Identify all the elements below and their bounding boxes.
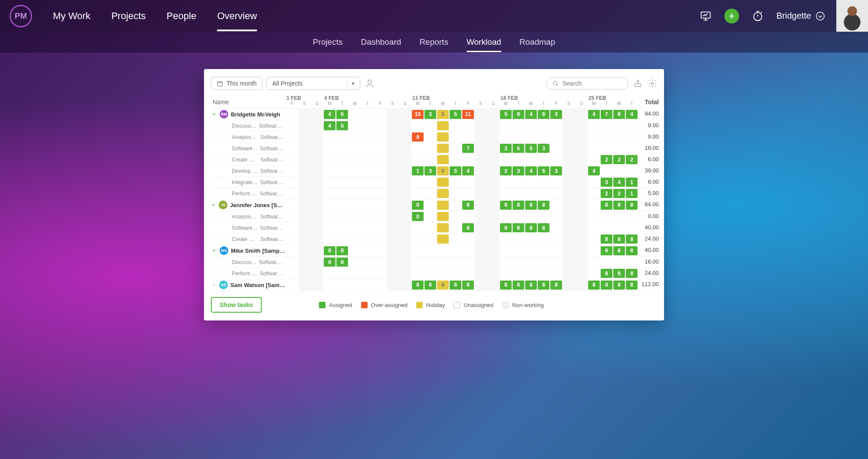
workload-cell[interactable] <box>374 120 386 131</box>
workload-cell[interactable]: 8 <box>600 234 613 244</box>
nav-item-overview[interactable]: Overview <box>217 1 257 31</box>
workload-cell[interactable] <box>437 199 449 211</box>
workload-cell[interactable] <box>613 120 625 131</box>
workload-cell[interactable]: 1 <box>625 177 638 188</box>
workload-cell[interactable] <box>487 199 500 211</box>
workload-cell[interactable]: 4 <box>323 120 336 131</box>
workload-cell[interactable] <box>411 143 424 154</box>
workload-cell[interactable] <box>399 279 411 291</box>
workload-cell[interactable] <box>487 268 500 279</box>
workload-cell[interactable] <box>474 177 487 188</box>
workload-cell[interactable] <box>374 188 386 199</box>
workload-cell[interactable] <box>399 211 411 222</box>
workload-cell[interactable] <box>361 165 374 176</box>
workload-cell[interactable] <box>298 109 311 120</box>
workload-cell[interactable] <box>537 211 550 222</box>
search-box[interactable] <box>546 77 628 89</box>
add-button[interactable] <box>724 9 739 23</box>
workload-cell[interactable]: 8 <box>613 234 625 244</box>
workload-cell[interactable] <box>462 211 474 222</box>
workload-cell[interactable] <box>550 211 562 222</box>
workload-cell[interactable] <box>487 154 500 165</box>
workload-cell[interactable] <box>286 234 298 244</box>
workload-cell[interactable]: 4 <box>588 109 600 120</box>
workload-cell[interactable] <box>437 188 449 199</box>
workload-cell[interactable] <box>575 211 588 222</box>
workload-cell[interactable] <box>562 143 575 154</box>
workload-cell[interactable]: 8 <box>613 268 625 279</box>
workload-cell[interactable] <box>512 234 525 244</box>
workload-cell[interactable] <box>449 211 462 222</box>
workload-cell[interactable] <box>575 154 588 165</box>
workload-cell[interactable] <box>537 154 550 165</box>
workload-cell[interactable]: 3 <box>550 109 562 120</box>
workload-cell[interactable]: 8 <box>537 199 550 211</box>
workload-cell[interactable] <box>600 120 613 131</box>
workload-cell[interactable] <box>575 234 588 244</box>
workload-cell[interactable] <box>286 177 298 188</box>
workload-cell[interactable] <box>399 268 411 279</box>
nav-item-projects[interactable]: Projects <box>111 1 145 31</box>
workload-cell[interactable] <box>575 268 588 279</box>
workload-cell[interactable] <box>424 211 437 222</box>
workload-cell[interactable] <box>361 177 374 188</box>
workload-cell[interactable]: 8 <box>512 222 525 233</box>
workload-cell[interactable] <box>525 268 537 279</box>
workload-cell[interactable] <box>525 245 537 256</box>
workload-cell[interactable] <box>525 132 537 142</box>
workload-cell[interactable] <box>437 143 449 154</box>
workload-cell[interactable]: 2 <box>613 154 625 165</box>
workload-cell[interactable] <box>286 109 298 120</box>
workload-cell[interactable] <box>286 165 298 176</box>
workload-cell[interactable] <box>336 211 349 222</box>
workload-cell[interactable] <box>437 177 449 188</box>
workload-cell[interactable] <box>588 177 600 188</box>
workload-cell[interactable] <box>525 120 537 131</box>
workload-cell[interactable] <box>487 257 500 267</box>
workload-cell[interactable] <box>349 109 361 120</box>
workload-cell[interactable] <box>474 154 487 165</box>
workload-cell[interactable] <box>361 132 374 142</box>
workload-cell[interactable] <box>424 234 437 244</box>
workload-cell[interactable] <box>500 120 512 131</box>
workload-cell[interactable]: 2 <box>600 154 613 165</box>
workload-cell[interactable] <box>500 211 512 222</box>
workload-cell[interactable] <box>474 211 487 222</box>
workload-cell[interactable]: 8 <box>437 279 449 291</box>
workload-cell[interactable] <box>575 257 588 267</box>
workload-cell[interactable] <box>374 279 386 291</box>
workload-cell[interactable] <box>311 143 323 154</box>
workload-cell[interactable] <box>462 257 474 267</box>
workload-cell[interactable] <box>625 120 638 131</box>
workload-cell[interactable] <box>575 245 588 256</box>
workload-cell[interactable] <box>550 154 562 165</box>
workload-cell[interactable] <box>562 177 575 188</box>
workload-cell[interactable] <box>311 109 323 120</box>
workload-cell[interactable] <box>487 245 500 256</box>
workload-cell[interactable] <box>600 257 613 267</box>
workload-cell[interactable] <box>562 245 575 256</box>
workload-cell[interactable]: 3 <box>500 143 512 154</box>
workload-cell[interactable]: 5 <box>500 109 512 120</box>
workload-cell[interactable] <box>336 177 349 188</box>
workload-cell[interactable]: 8 <box>336 245 349 256</box>
workload-cell[interactable] <box>311 120 323 131</box>
workload-cell[interactable]: 8 <box>537 279 550 291</box>
presentation-icon[interactable] <box>698 9 713 23</box>
workload-cell[interactable]: 8 <box>625 234 638 244</box>
workload-cell[interactable]: 0 <box>411 211 424 222</box>
workload-cell[interactable]: 8 <box>613 199 625 211</box>
workload-cell[interactable] <box>349 154 361 165</box>
workload-cell[interactable] <box>625 211 638 222</box>
workload-cell[interactable] <box>512 188 525 199</box>
workload-cell[interactable] <box>374 177 386 188</box>
workload-cell[interactable] <box>349 279 361 291</box>
workload-cell[interactable] <box>286 245 298 256</box>
workload-cell[interactable] <box>286 188 298 199</box>
workload-cell[interactable] <box>399 132 411 142</box>
workload-cell[interactable] <box>512 120 525 131</box>
workload-cell[interactable] <box>411 120 424 131</box>
workload-cell[interactable] <box>550 222 562 233</box>
workload-cell[interactable]: 5 <box>512 143 525 154</box>
workload-cell[interactable]: 8 <box>462 279 474 291</box>
